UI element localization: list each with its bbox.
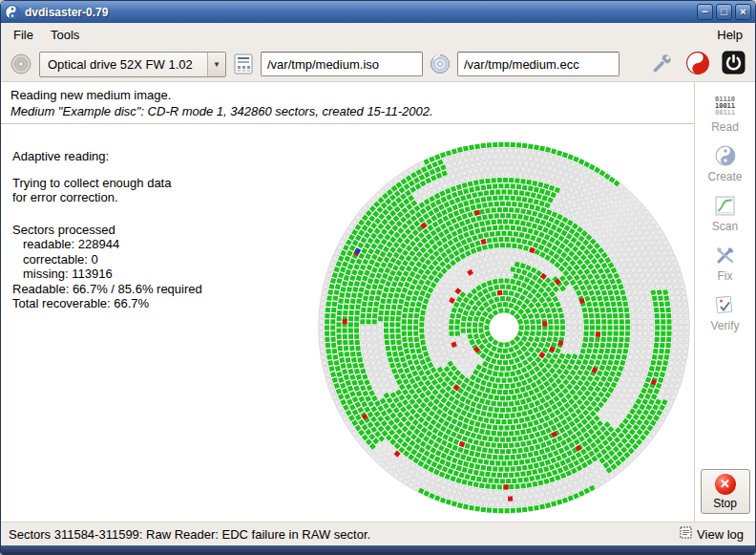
maximize-button[interactable]: □ (716, 4, 732, 20)
main-area: Reading new medium image. Medium "Exampl… (1, 82, 694, 522)
view-log-button[interactable]: View log (676, 525, 747, 543)
stop-x-icon: ✕ (715, 474, 736, 495)
stop-button-label: Stop (713, 497, 737, 510)
sectors-missing: missing: 113916 (12, 267, 202, 282)
reading-hint-line2: for error correction. (12, 190, 202, 205)
scan-chart-icon (715, 193, 735, 218)
app-logo-icon (5, 5, 20, 20)
progress-readout: Adaptive reading: Trying to collect enou… (12, 149, 202, 311)
quit-button[interactable] (720, 51, 746, 77)
stop-button[interactable]: ✕ Stop (701, 469, 750, 514)
chevron-down-icon: ▼ (207, 53, 225, 76)
heading-medium-info: Medium "Example disc": CD-R mode 1, 3428… (10, 104, 684, 118)
statusbar: Sectors 311584-311599: Raw Reader: EDC f… (1, 522, 755, 545)
menu-tools[interactable]: Tools (42, 25, 88, 45)
drive-select-value: Optical drive 52X FW 1.02 (40, 57, 207, 72)
window-bottom-frame (1, 545, 755, 554)
yin-yang-icon (715, 143, 736, 168)
verify-button-label: Verify (710, 319, 739, 332)
sectors-readable: readable: 228944 (12, 237, 202, 252)
verify-check-icon (715, 292, 736, 317)
read-button-label: Read (711, 120, 739, 134)
read-button[interactable]: 01110 10011 00111 Read (699, 90, 752, 137)
log-icon (680, 526, 692, 542)
page-header: Reading new medium image. Medium "Exampl… (1, 82, 694, 124)
scan-button[interactable]: Scan (699, 189, 752, 236)
reading-hint-line1: Trying to collect enough data (12, 176, 202, 191)
create-button[interactable]: Create (699, 139, 752, 186)
binary-read-icon: 01110 10011 00111 (715, 94, 735, 118)
titlebar[interactable]: dvdisaster-0.79 − □ × (1, 1, 755, 23)
verify-button[interactable]: Verify (699, 288, 752, 335)
heading-action: Reading new medium image. (10, 88, 684, 102)
ecc-path-input[interactable] (457, 52, 620, 76)
status-message: Sectors 311584-311599: Raw Reader: EDC f… (9, 527, 676, 542)
app-window: dvdisaster-0.79 − □ × File Tools Help Op… (0, 0, 756, 555)
fix-button-label: Fix (718, 269, 733, 283)
menu-file[interactable]: File (5, 25, 42, 45)
dvdisaster-logo-icon (685, 51, 710, 78)
drive-status-icon (10, 53, 32, 75)
close-button[interactable]: × (735, 4, 751, 20)
readable-percent-line: Readable: 66.7% / 85.6% required (12, 282, 202, 297)
sectors-correctable: correctable: 0 (12, 252, 202, 267)
fix-button[interactable]: Fix (699, 239, 752, 286)
scan-button-label: Scan (712, 220, 738, 233)
wrench-icon (651, 52, 674, 77)
view-log-label: View log (697, 527, 744, 542)
sidebar: 01110 10011 00111 Read Create (694, 82, 755, 522)
menu-help[interactable]: Help (708, 25, 751, 45)
minimize-button[interactable]: − (697, 4, 713, 20)
iso-path-input[interactable] (261, 52, 423, 76)
create-button-label: Create (707, 170, 742, 183)
dvdisaster-logo-button[interactable] (684, 51, 711, 77)
ecc-file-icon (430, 53, 451, 75)
menubar: File Tools Help (1, 23, 755, 47)
window-title: dvdisaster-0.79 (25, 6, 694, 19)
power-icon (722, 51, 746, 77)
recoverable-percent-line: Total recoverable: 66.7% (12, 296, 202, 311)
tools-icon (715, 243, 736, 267)
sectors-processed-title: Sectors processed (12, 223, 202, 238)
image-file-icon (233, 53, 254, 75)
preferences-button[interactable] (649, 51, 676, 77)
app-body: Reading new medium image. Medium "Exampl… (1, 82, 755, 522)
reading-mode-label: Adaptive reading: (12, 149, 202, 164)
sector-spiral-canvas (312, 136, 694, 520)
toolbar: Optical drive 52X FW 1.02 ▼ (1, 47, 755, 82)
drive-select[interactable]: Optical drive 52X FW 1.02 ▼ (39, 52, 226, 77)
